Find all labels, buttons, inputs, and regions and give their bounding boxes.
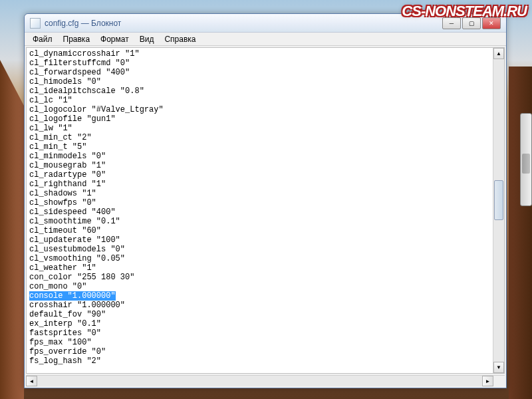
config-line: ex_interp "0.1": [29, 319, 490, 329]
scroll-right-button[interactable]: ►: [482, 376, 493, 386]
config-line: cl_lc "1": [29, 96, 490, 105]
config-line: fps_override "0": [29, 347, 490, 356]
text-area-container: cl_dynamiccrosshair "1"cl_filterstuffcmd…: [26, 47, 505, 374]
config-line: con_mono "0": [29, 282, 490, 291]
config-line: cl_showfps "0": [29, 198, 490, 207]
window-title: config.cfg — Блокнот: [45, 19, 442, 28]
scroll-down-button[interactable]: ▼: [493, 362, 504, 373]
config-line: cl_vsmoothing "0.05": [29, 254, 490, 263]
menu-edit[interactable]: Правка: [58, 33, 96, 45]
browser-scrollbar[interactable]: [520, 113, 532, 206]
browser-scrollbar-thumb[interactable]: [522, 154, 530, 174]
notepad-window: config.cfg — Блокнот ─ ▢ ✕ Файл Правка Ф…: [24, 13, 507, 388]
menu-format[interactable]: Формат: [95, 33, 134, 45]
menu-view[interactable]: Вид: [134, 33, 160, 45]
menu-file[interactable]: Файл: [27, 33, 58, 45]
config-line: cl_timeout "60": [29, 226, 490, 235]
config-line: cl_filterstuffcmd "0": [29, 59, 490, 68]
config-line: fastsprites "0": [29, 329, 490, 338]
config-line: cl_smoothtime "0.1": [29, 217, 490, 226]
config-line: cl_sidespeed "400": [29, 207, 490, 217]
config-line: cl_forwardspeed "400": [29, 68, 490, 77]
config-line: fs_log_hash "2": [29, 356, 490, 366]
config-line: crosshair "1.000000": [29, 301, 490, 310]
config-line: cl_shadows "1": [29, 189, 490, 198]
vertical-scrollbar[interactable]: ▲ ▼: [493, 48, 504, 373]
scroll-corner: [493, 376, 505, 386]
config-line: cl_updaterate "100": [29, 235, 490, 245]
horizontal-scrollbar[interactable]: ◄ ►: [26, 375, 505, 386]
selected-text: console "1.000000": [29, 291, 116, 301]
notepad-icon: [30, 18, 41, 29]
scroll-thumb-vertical[interactable]: [494, 180, 503, 220]
config-line: cl_min_ct "2": [29, 133, 490, 142]
config-line: cl_logofile "gun1": [29, 114, 490, 124]
config-line: cl_weather "1": [29, 263, 490, 273]
config-line: cl_radartype "0": [29, 170, 490, 180]
config-line: default_fov "90": [29, 310, 490, 319]
scroll-up-button[interactable]: ▲: [493, 48, 504, 59]
menu-help[interactable]: Справка: [159, 33, 201, 45]
config-line: cl_lw "1": [29, 124, 490, 133]
config-line: cl_logocolor "#Valve_Ltgray": [29, 105, 490, 114]
scroll-left-button[interactable]: ◄: [26, 376, 37, 386]
text-editor[interactable]: cl_dynamiccrosshair "1"cl_filterstuffcmd…: [27, 48, 493, 373]
menubar: Файл Правка Формат Вид Справка: [25, 33, 506, 46]
scroll-track-vertical[interactable]: [493, 59, 504, 362]
config-line: cl_dynamiccrosshair "1": [29, 49, 490, 59]
config-line: cl_minmodels "0": [29, 152, 490, 161]
config-line: cl_himodels "0": [29, 77, 490, 86]
config-line: cl_idealpitchscale "0.8": [29, 86, 490, 96]
config-line: con_color "255 180 30": [29, 273, 490, 282]
watermark-logo: CS-NONSTEAM.RU: [402, 3, 527, 20]
scroll-track-horizontal[interactable]: [37, 376, 482, 386]
config-line: cl_righthand "1": [29, 180, 490, 189]
config-line: cl_min_t "5": [29, 142, 490, 152]
config-line: cl_mousegrab "1": [29, 161, 490, 170]
config-line: fps_max "100": [29, 338, 490, 347]
config-line: cl_usestubmodels "0": [29, 245, 490, 254]
